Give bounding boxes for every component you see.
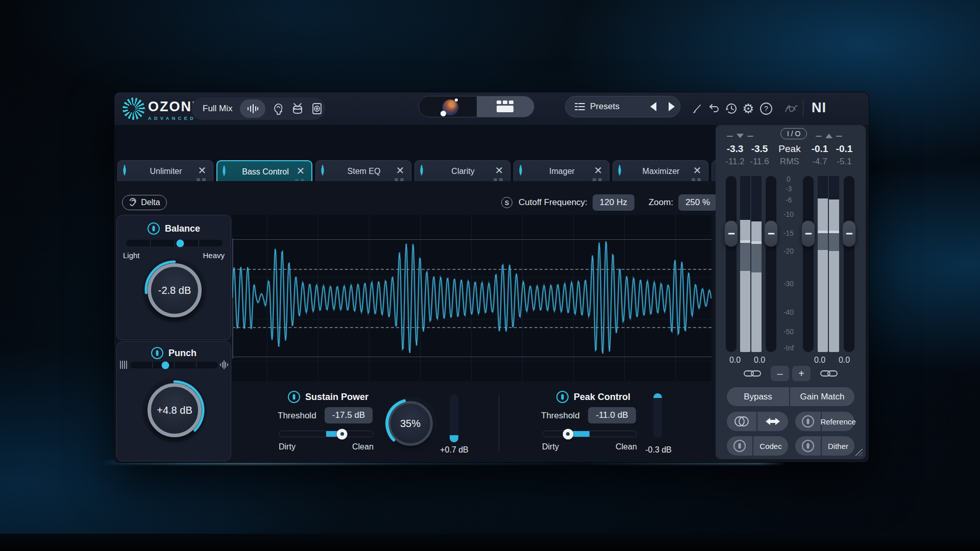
input-fader-handle-left[interactable] (724, 220, 738, 247)
input-fader-track-left[interactable] (726, 176, 737, 352)
reference-power-button[interactable] (795, 412, 821, 431)
close-icon[interactable]: ✕ (296, 166, 305, 176)
presets-selector[interactable]: Presets (565, 96, 680, 117)
dither-button[interactable]: Dither (822, 436, 854, 456)
dither-power-button[interactable] (795, 436, 821, 456)
output-gain-nudge[interactable] (816, 130, 842, 142)
bottom-controls-divider (499, 394, 499, 452)
cutoff-frequency-value[interactable]: 120 Hz (593, 194, 634, 211)
input-gain-nudge[interactable] (727, 130, 753, 142)
output-link-icon[interactable] (820, 369, 838, 378)
delta-button[interactable]: Delta (122, 195, 167, 210)
output-fader-handle-right[interactable] (842, 220, 856, 247)
close-icon[interactable]: ✕ (495, 166, 504, 175)
sustain-threshold-label: Threshold (278, 411, 316, 421)
mix-mode-fullmix-button[interactable] (240, 99, 265, 118)
preset-next-button[interactable] (669, 102, 675, 111)
resize-handle[interactable] (855, 449, 863, 456)
waveform-display[interactable] (232, 215, 712, 381)
sustain-knob-value: 35% (400, 418, 421, 430)
signal-flow-button[interactable] (784, 102, 798, 116)
undo-icon (707, 103, 720, 114)
punch-slider-handle[interactable] (161, 361, 169, 369)
triangle-up-icon (825, 130, 832, 138)
help-button[interactable]: ? (759, 102, 773, 116)
mix-mode-drums-button[interactable] (291, 102, 304, 115)
detailed-view-button[interactable] (477, 96, 534, 117)
output-peak-right: -0.1 (832, 143, 856, 155)
balance-knob[interactable]: -2.8 dB (142, 258, 207, 322)
scale-50: -50 (773, 328, 804, 336)
close-icon[interactable]: ✕ (198, 166, 207, 175)
mid-side-button[interactable] (727, 412, 756, 431)
vocal-icon (273, 103, 284, 115)
codec-power-button[interactable] (727, 436, 752, 456)
scale-0: 0 (773, 175, 804, 183)
preset-prev-button[interactable] (650, 102, 656, 111)
sustain-end-icon (120, 360, 128, 369)
close-icon[interactable]: ✕ (396, 166, 405, 175)
punch-power-icon[interactable] (151, 347, 163, 359)
gain-plus-button[interactable]: + (792, 366, 811, 381)
help-icon: ? (760, 102, 773, 115)
stereo-swap-button[interactable] (757, 412, 788, 431)
history-button[interactable] (724, 102, 739, 116)
gain-match-button[interactable]: Gain Match (790, 387, 854, 406)
peak-dirty-clean-slider[interactable] (542, 431, 637, 437)
reference-button[interactable]: Reference (822, 412, 854, 431)
view-mode-toggle (419, 96, 534, 117)
mix-mode-master-button[interactable] (310, 102, 324, 115)
io-header-pill[interactable]: I / O (780, 128, 807, 139)
output-gain-right: 0.0 (832, 356, 856, 365)
output-meter-right (829, 176, 839, 352)
logo-subtitle: ADVANCED (148, 116, 202, 121)
presets-label: Presets (590, 102, 620, 112)
peak-threshold-value[interactable]: -11.0 dB (588, 407, 636, 423)
close-icon[interactable]: ✕ (594, 166, 603, 175)
mix-mode-vocal-button[interactable] (272, 102, 285, 115)
sustain-gain-value: +0.7 dB (436, 445, 473, 455)
pencil-icon (692, 103, 703, 114)
gain-minus-button[interactable]: – (771, 366, 789, 381)
cutoff-solo-badge[interactable]: S (501, 197, 512, 208)
output-fader-track-right[interactable] (844, 176, 854, 352)
balance-header: Balance (117, 222, 231, 235)
speaker-icon (311, 103, 323, 115)
balance-power-icon[interactable] (148, 222, 160, 235)
source-type-selector: Full Mix (191, 97, 325, 120)
fader-gain-row: 0.0 0.0 0.0 0.0 (723, 356, 873, 365)
transient-end-icon (219, 360, 229, 369)
peak-slider-handle[interactable] (562, 429, 573, 439)
assistant-view-button[interactable] (419, 96, 477, 117)
output-fader-handle-left[interactable] (801, 220, 815, 247)
scale-3: -3 (773, 185, 804, 193)
undo-button[interactable] (706, 102, 721, 116)
input-link-icon[interactable] (744, 369, 761, 378)
peak-control-header: Peak Control (556, 391, 630, 403)
io-header-label: I / O (787, 130, 800, 138)
settings-button[interactable]: ⚙ (741, 102, 755, 116)
edit-pencil-button[interactable] (690, 102, 704, 116)
sustain-power-icon[interactable] (288, 391, 300, 403)
bypass-button[interactable]: Bypass (727, 387, 789, 406)
sustain-slider-handle[interactable] (337, 429, 348, 439)
punch-slider[interactable] (130, 362, 218, 368)
minus-label: – (777, 368, 782, 380)
ear-icon (129, 197, 137, 208)
peak-control-power-icon[interactable] (556, 391, 569, 403)
preset-list-icon (575, 103, 585, 111)
topbar-divider (803, 101, 803, 117)
balance-slider-handle[interactable] (176, 239, 184, 247)
sustain-amount-knob[interactable]: 35% (384, 397, 437, 450)
peak-threshold-label: Threshold (541, 411, 580, 421)
signal-flow-icon (784, 102, 798, 115)
balance-slider[interactable] (126, 240, 223, 246)
output-fader-track-left[interactable] (803, 176, 814, 352)
codec-button[interactable]: Codec (753, 436, 788, 456)
peak-control-title: Peak Control (574, 392, 630, 403)
sustain-dirty-clean-slider[interactable] (279, 431, 374, 437)
close-icon[interactable]: ✕ (693, 166, 702, 175)
sustain-threshold-value[interactable]: -17.5 dB (325, 407, 373, 423)
zoom-value[interactable]: 250 % (678, 194, 717, 211)
punch-knob[interactable]: +4.8 dB (142, 378, 207, 442)
